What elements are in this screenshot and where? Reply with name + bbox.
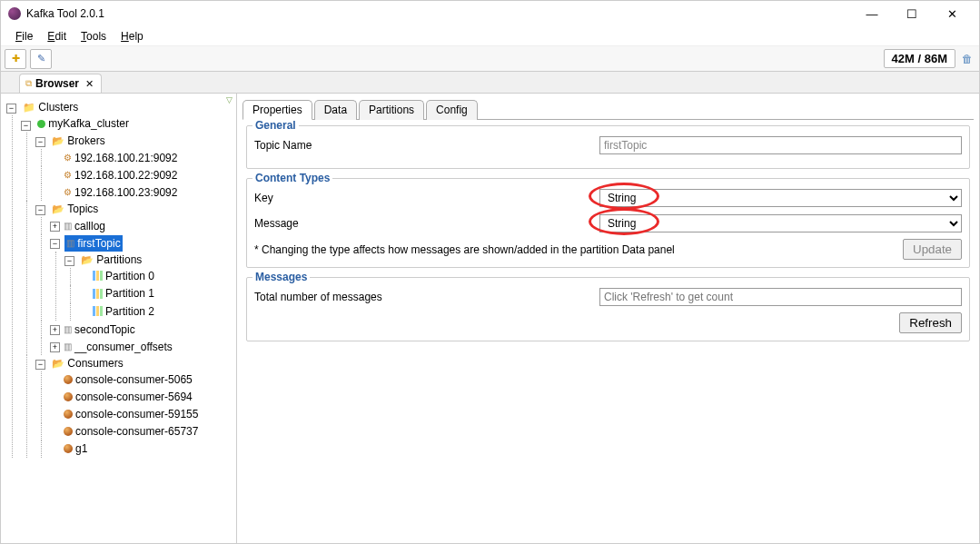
consumer-icon — [64, 427, 73, 436]
status-dot-icon — [37, 120, 45, 128]
partition-icon — [93, 271, 103, 281]
tree-consumers[interactable]: 📂Consumers — [50, 355, 124, 371]
tab-data[interactable]: Data — [314, 100, 357, 120]
tab-partitions[interactable]: Partitions — [359, 100, 424, 120]
app-icon — [8, 7, 21, 20]
tree-topic-firsttopic[interactable]: ▥firstTopic — [64, 235, 122, 252]
tree-brokers[interactable]: 📂Brokers — [50, 133, 106, 149]
browser-tab-close[interactable]: ✕ — [85, 78, 94, 90]
topic-name-label: Topic Name — [254, 139, 599, 152]
tree-consumer[interactable]: console-consumer-5694 — [62, 389, 194, 405]
expand-toggle[interactable]: − — [50, 239, 60, 249]
consumer-icon — [64, 375, 73, 384]
expand-toggle[interactable]: − — [6, 104, 16, 114]
menubar: File Edit Tools Help — [1, 26, 979, 46]
tree-clusters[interactable]: 📁Clusters — [21, 99, 80, 115]
tree-partition[interactable]: Partition 0 — [91, 268, 156, 284]
add-cluster-button[interactable]: ✚ — [5, 49, 26, 69]
gc-button[interactable]: 🗑 — [959, 50, 975, 68]
folder-icon: 📁 — [23, 99, 35, 115]
menu-edit[interactable]: Edit — [42, 28, 72, 45]
messages-legend: Messages — [252, 271, 310, 283]
folder-icon: 📂 — [81, 252, 94, 268]
expand-toggle[interactable]: + — [50, 222, 60, 232]
tree-topics[interactable]: 📂Topics — [50, 201, 100, 217]
expand-toggle[interactable]: − — [35, 205, 45, 215]
tree-partition[interactable]: Partition 1 — [91, 285, 156, 302]
book-icon: ▥ — [64, 218, 72, 234]
menu-help[interactable]: Help — [115, 28, 149, 45]
book-icon: ▥ — [64, 339, 72, 355]
tab-properties[interactable]: Properties — [243, 100, 312, 120]
tree-consumer[interactable]: g1 — [62, 440, 89, 457]
browser-tab-label: Browser — [35, 77, 79, 90]
consumer-icon — [64, 410, 73, 419]
consumer-icon — [64, 444, 73, 453]
total-messages-label: Total number of messages — [254, 291, 599, 303]
tree-topic-consumer-offsets[interactable]: ▥__consumer_offsets — [62, 339, 174, 355]
tree-topic-calllog[interactable]: ▥calllog — [62, 218, 107, 234]
menu-file[interactable]: File — [10, 28, 38, 45]
folder-icon: 📂 — [52, 133, 64, 149]
gear-icon: ⚙ — [64, 150, 72, 166]
tree-broker[interactable]: ⚙192.168.100.21:9092 — [62, 150, 179, 166]
folder-icon: 📂 — [52, 201, 64, 217]
consumer-icon — [64, 392, 73, 401]
maximize-button[interactable]: ☐ — [892, 1, 932, 26]
key-label: Key — [254, 192, 599, 204]
content-types-note: * Changing the type affects how messages… — [254, 243, 675, 256]
total-messages-input — [599, 288, 962, 306]
expand-toggle[interactable]: − — [64, 256, 74, 266]
refresh-button[interactable]: Refresh — [899, 312, 962, 333]
message-type-select[interactable]: String — [599, 214, 962, 232]
expand-toggle[interactable]: − — [35, 360, 45, 370]
tree-broker[interactable]: ⚙192.168.100.22:9092 — [62, 167, 179, 183]
gear-icon: ⚙ — [64, 167, 72, 183]
close-button[interactable]: ✕ — [932, 1, 972, 26]
cluster-tree: − 📁Clusters − myKafka_cluster − 📂Brokers — [5, 99, 233, 458]
window-title: Kafka Tool 2.0.1 — [26, 7, 852, 20]
folder-icon: 📂 — [52, 355, 64, 371]
browser-tab[interactable]: ⧉ Browser ✕ — [19, 74, 102, 93]
update-button[interactable]: Update — [903, 239, 962, 260]
memory-info: 42M / 86M — [884, 49, 955, 68]
expand-toggle[interactable]: + — [50, 342, 60, 352]
tree-partitions[interactable]: 📂Partitions — [79, 252, 144, 268]
key-type-select[interactable]: String — [599, 189, 962, 207]
expand-toggle[interactable]: − — [35, 137, 45, 147]
edit-button[interactable]: ✎ — [30, 49, 52, 69]
tree-topic-secondtopic[interactable]: ▥secondTopic — [62, 321, 137, 338]
book-icon: ▥ — [66, 235, 74, 252]
gear-icon: ⚙ — [64, 184, 72, 201]
book-icon: ▥ — [64, 321, 72, 338]
message-label: Message — [254, 217, 599, 230]
tree-partition[interactable]: Partition 2 — [91, 303, 156, 320]
browser-tab-icon: ⧉ — [25, 78, 32, 89]
tree-consumer[interactable]: console-consumer-5065 — [62, 371, 194, 388]
tree-consumer[interactable]: console-consumer-65737 — [62, 423, 200, 440]
partition-icon — [93, 289, 103, 299]
content-types-legend: Content Types — [252, 172, 332, 184]
minimize-button[interactable]: ― — [852, 1, 892, 26]
tree-broker[interactable]: ⚙192.168.100.23:9092 — [62, 184, 179, 201]
tree-cluster[interactable]: myKafka_cluster — [35, 115, 131, 132]
topic-name-input — [599, 136, 962, 154]
partition-icon — [93, 306, 103, 316]
general-legend: General — [252, 119, 299, 132]
tree-consumer[interactable]: console-consumer-59155 — [62, 406, 200, 422]
expand-toggle[interactable]: + — [50, 325, 60, 335]
tab-config[interactable]: Config — [426, 100, 478, 120]
expand-toggle[interactable]: − — [21, 121, 31, 131]
menu-tools[interactable]: Tools — [75, 28, 112, 45]
